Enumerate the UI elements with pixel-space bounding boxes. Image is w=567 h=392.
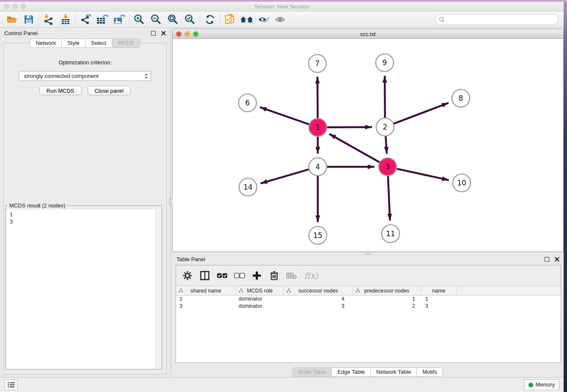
tab-style[interactable]: Style — [61, 39, 85, 48]
select-all-columns-button[interactable] — [217, 270, 228, 281]
column-header-successor-nodes[interactable]: successor nodes — [284, 286, 353, 295]
show-graphics-button[interactable] — [272, 13, 289, 26]
column-header-shared-name[interactable]: shared name — [176, 286, 236, 295]
memory-button[interactable]: Memory — [524, 379, 559, 390]
column-header-label: predecessor nodes — [364, 288, 409, 294]
graph-edge-3-11[interactable] — [388, 176, 390, 221]
zoom-in-button[interactable] — [131, 13, 148, 26]
export-table-button[interactable] — [94, 13, 111, 26]
table-row[interactable]: 3dominator323 — [176, 303, 561, 310]
close-panel-icon[interactable] — [161, 31, 166, 36]
vertical-splitter[interactable] — [170, 28, 172, 377]
mcds-panel: Optimization criterion: strongly connect… — [3, 43, 167, 375]
optimization-criterion-label: Optimization criterion: — [4, 59, 166, 66]
zoom-out-button[interactable] — [148, 13, 165, 26]
criterion-select[interactable]: strongly connected component — [19, 71, 151, 81]
splitter-grip[interactable] — [365, 251, 371, 255]
reset-layout-button[interactable] — [238, 13, 255, 26]
network-canvas[interactable]: 1234678910111415 — [173, 39, 563, 251]
toolbar-separator — [129, 14, 129, 25]
network-frame-titlebar[interactable]: scc.txt — [173, 29, 563, 39]
tab-node-table[interactable]: Node Table — [292, 367, 332, 377]
close-panel-icon[interactable] — [555, 257, 559, 262]
checked-boxes-icon — [217, 273, 228, 279]
graph-edge-1-7[interactable] — [317, 77, 318, 118]
search-input[interactable] — [447, 15, 558, 24]
float-panel-icon[interactable] — [151, 31, 156, 36]
export-network-button[interactable] — [77, 13, 94, 26]
import-table-icon — [60, 14, 71, 25]
application-window: Session: New Session — [0, 2, 564, 392]
frame-maximize-button[interactable] — [193, 31, 198, 37]
unselect-all-columns-button[interactable] — [234, 270, 245, 281]
table-cell[interactable]: 2 — [353, 303, 421, 309]
show-column-panel-button[interactable] — [199, 270, 210, 281]
homes-icon — [239, 14, 254, 25]
column-header-MCDS-role[interactable]: MCDS role — [236, 286, 284, 295]
graph-edge-1-6[interactable] — [260, 107, 309, 124]
frame-close-button[interactable] — [176, 31, 182, 37]
horizontal-splitter[interactable] — [172, 252, 564, 254]
task-history-button[interactable] — [4, 379, 18, 390]
clone-network-icon — [224, 14, 235, 25]
desktop-background-right — [564, 2, 567, 392]
result-scrollbar[interactable] — [155, 210, 161, 369]
column-header-label: successor nodes — [298, 288, 338, 294]
column-header-predecessor-nodes[interactable]: predecessor nodes — [353, 286, 421, 295]
delete-column-button[interactable] — [269, 270, 280, 281]
graph-node-label-4: 4 — [316, 163, 320, 171]
clone-network-button[interactable] — [221, 13, 238, 26]
table-cell[interactable]: dominator — [236, 296, 284, 302]
table-cell[interactable]: 1 — [353, 296, 421, 302]
import-network-button[interactable] — [40, 13, 57, 26]
column-header-label: MCDS role — [247, 288, 272, 294]
tab-select[interactable]: Select — [85, 39, 112, 48]
table-cell[interactable]: 1 — [176, 296, 236, 302]
run-mcds-button[interactable]: Run MCDS — [39, 86, 82, 95]
frame-minimize-button[interactable] — [184, 31, 190, 37]
graph-edge-4-14[interactable] — [261, 169, 309, 183]
tab-motifs[interactable]: Motifs — [416, 367, 443, 377]
zoom-fit-button[interactable] — [165, 13, 182, 26]
save-session-button[interactable] — [20, 13, 37, 26]
float-panel-icon[interactable] — [545, 257, 549, 262]
export-network-icon — [80, 14, 91, 25]
create-column-button[interactable] — [251, 270, 262, 281]
graph-edge-3-10[interactable] — [396, 169, 449, 180]
export-image-button[interactable] — [111, 13, 128, 26]
graph-node-label-7: 7 — [315, 59, 320, 68]
table-cell[interactable]: 3 — [284, 303, 353, 309]
import-network-icon — [43, 14, 54, 25]
table-cell[interactable]: 1 — [421, 296, 457, 302]
table-settings-button[interactable] — [182, 270, 193, 281]
table-cell[interactable]: 3 — [421, 303, 457, 309]
graph-edge-2-9[interactable] — [385, 76, 385, 118]
tab-network[interactable]: Network — [30, 39, 62, 48]
zoom-selected-button[interactable] — [182, 13, 198, 26]
close-panel-button[interactable]: Close panel — [88, 86, 131, 95]
tab-edge-table[interactable]: Edge Table — [331, 367, 371, 377]
graph-edge-3-1[interactable] — [329, 134, 380, 162]
refresh-icon — [204, 14, 215, 25]
graph-node-label-1: 1 — [316, 123, 320, 132]
table-cell[interactable]: 3 — [176, 303, 236, 309]
table-row[interactable]: 1dominator411 — [176, 295, 561, 303]
hide-graphics-button[interactable] — [255, 13, 272, 26]
table-cell[interactable]: 4 — [284, 296, 353, 302]
graph-edge-1-2[interactable] — [327, 127, 372, 127]
network-view-frame: scc.txt 1234678910111415 — [172, 29, 564, 252]
window-title: Session: New Session — [0, 3, 564, 10]
table-cell[interactable]: dominator — [236, 303, 284, 309]
import-table-button[interactable] — [57, 13, 74, 26]
graph-node-label-10: 10 — [457, 179, 466, 187]
graph-edge-2-8[interactable] — [394, 103, 449, 124]
mcds-result-list[interactable]: 1 3 — [6, 210, 155, 369]
tab-mcds[interactable]: MCDS — [112, 39, 140, 48]
graph-edge-2-3[interactable] — [385, 136, 387, 154]
refresh-button[interactable] — [201, 13, 218, 26]
open-session-button[interactable] — [3, 13, 20, 26]
tab-network-table[interactable]: Network Table — [370, 367, 417, 377]
table-body: 1dominator4113dominator323 — [176, 295, 561, 362]
column-header-name[interactable]: name — [421, 286, 457, 295]
search-box — [435, 14, 559, 25]
